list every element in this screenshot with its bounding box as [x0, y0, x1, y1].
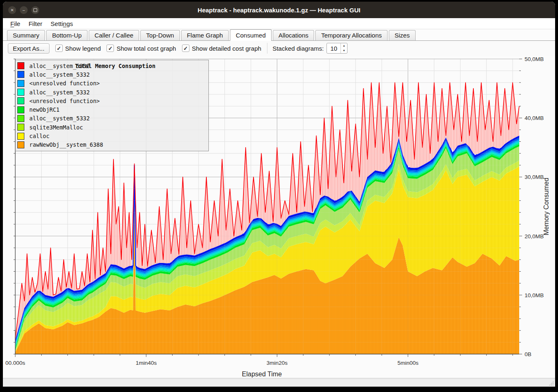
- svg-text:40,0MB: 40,0MB: [525, 115, 544, 121]
- svg-text:00.000s: 00.000s: [5, 360, 25, 366]
- legend-swatch: [17, 115, 24, 122]
- minimize-button[interactable]: –: [20, 6, 28, 14]
- tab-bar: SummaryBottom-UpCaller / CalleeTop-DownF…: [3, 29, 555, 41]
- chart-legend: Total Memory Consumptionalloc__system_53…: [15, 60, 209, 151]
- menu-item-filter[interactable]: Filter: [24, 19, 46, 28]
- svg-text:20,0MB: 20,0MB: [525, 233, 544, 239]
- legend-item: <unresolved function>: [16, 96, 208, 105]
- svg-text:50,0MB: 50,0MB: [525, 56, 544, 62]
- menu-bar: FileFilterSettings: [3, 18, 555, 29]
- checkbox-box[interactable]: ✓: [55, 45, 63, 52]
- close-icon: ✕: [10, 8, 14, 12]
- checkbox-label: Show total cost graph: [116, 45, 176, 52]
- legend-label: newObjRC1: [29, 106, 59, 113]
- legend-item: sqlite3MemMalloc: [16, 123, 208, 131]
- legend-item: <unresolved function>: [16, 79, 208, 88]
- checkbox-show-legend[interactable]: ✓Show legend: [55, 45, 101, 52]
- checkbox-show-total-cost-graph[interactable]: ✓Show total cost graph: [106, 45, 176, 52]
- status-bar: [3, 378, 555, 387]
- tab-caller-callee[interactable]: Caller / Callee: [89, 30, 139, 40]
- tab-bottom-up[interactable]: Bottom-Up: [46, 30, 87, 40]
- menu-item-file[interactable]: File: [6, 19, 24, 28]
- close-button[interactable]: ✕: [8, 6, 16, 14]
- legend-swatch: [17, 80, 24, 87]
- legend-swatch: [17, 124, 24, 131]
- legend-item: alloc__system_5332: [16, 70, 208, 79]
- svg-text:10,0MB: 10,0MB: [525, 292, 544, 298]
- stacked-diagrams-label: Stacked diagrams:: [272, 45, 324, 52]
- app-window: ✕ – Heaptrack - heaptrack.wakunode.1.gz …: [3, 2, 555, 387]
- consumed-chart-area: 0B10,0MB20,0MB30,0MB40,0MB50,0MB00.000s1…: [3, 56, 555, 378]
- legend-item: newObjRC1: [16, 105, 208, 114]
- legend-item: rawNewObj__system_6388: [16, 141, 208, 149]
- minimize-icon: –: [23, 8, 25, 12]
- checkbox-box[interactable]: ✓: [182, 45, 189, 52]
- legend-swatch: [17, 62, 24, 69]
- legend-swatch: [17, 89, 24, 96]
- tab-flame-graph[interactable]: Flame Graph: [181, 30, 229, 40]
- svg-text:1min40s: 1min40s: [136, 360, 157, 366]
- legend-swatch: [17, 133, 24, 140]
- title-bar[interactable]: ✕ – Heaptrack - heaptrack.wakunode.1.gz …: [3, 2, 555, 18]
- tab-consumed[interactable]: Consumed: [230, 29, 272, 41]
- legend-label: sqlite3MemMalloc: [29, 124, 83, 131]
- svg-text:5min00s: 5min00s: [397, 360, 418, 366]
- legend-label: rawNewObj__system_6388: [29, 141, 103, 148]
- spin-down-icon[interactable]: ▼: [341, 48, 347, 53]
- svg-text:Elapsed Time: Elapsed Time: [242, 371, 282, 378]
- maximize-button[interactable]: [31, 6, 39, 14]
- window-title: Heaptrack - heaptrack.wakunode.1.gz — He…: [3, 7, 555, 14]
- checkbox-label: Show detailed cost graph: [192, 45, 261, 52]
- legend-swatch: [17, 106, 24, 113]
- checkbox-label: Show legend: [65, 45, 101, 52]
- legend-item: calloc: [16, 131, 208, 140]
- tab-sizes[interactable]: Sizes: [389, 30, 416, 40]
- tab-top-down[interactable]: Top-Down: [140, 30, 180, 40]
- legend-item: alloc__system_5332: [16, 88, 208, 96]
- checkbox-show-detailed-cost-graph[interactable]: ✓Show detailed cost graph: [182, 45, 261, 52]
- legend-label: alloc__system_5332: [29, 115, 90, 122]
- checkbox-box[interactable]: ✓: [106, 45, 114, 52]
- tab-allocations[interactable]: Allocations: [273, 30, 314, 40]
- svg-text:Memory Consumed: Memory Consumed: [543, 178, 550, 235]
- legend-label: alloc__system_5332: [29, 63, 90, 69]
- spinbox-arrows[interactable]: ▲ ▼: [340, 43, 347, 53]
- legend-label: alloc__system_5332: [29, 71, 90, 78]
- spin-up-icon[interactable]: ▲: [341, 43, 347, 48]
- legend-item: alloc__system_5332: [16, 61, 208, 70]
- stacked-diagrams-spinbox[interactable]: 10 ▲ ▼: [326, 43, 348, 54]
- legend-label: <unresolved function>: [29, 98, 100, 104]
- export-as-button[interactable]: Export As...: [8, 43, 50, 54]
- svg-text:3min20s: 3min20s: [267, 360, 288, 366]
- legend-item: alloc__system_5332: [16, 114, 208, 123]
- tab-summary[interactable]: Summary: [7, 30, 45, 40]
- legend-label: <unresolved function>: [29, 80, 100, 87]
- tab-temporary-allocations[interactable]: Temporary Allocations: [315, 30, 388, 40]
- legend-label: alloc__system_5332: [29, 89, 90, 96]
- svg-text:0B: 0B: [525, 351, 532, 357]
- svg-text:30,0MB: 30,0MB: [525, 174, 544, 180]
- maximize-icon: [33, 8, 37, 12]
- resize-grip-icon[interactable]: [549, 380, 554, 386]
- stacked-diagrams-value: 10: [327, 43, 340, 53]
- legend-swatch: [17, 97, 24, 104]
- legend-swatch: [17, 141, 24, 148]
- menu-item-settings[interactable]: Settings: [47, 19, 77, 28]
- legend-swatch: [17, 71, 24, 78]
- legend-label: calloc: [29, 133, 50, 139]
- toolbar: Export As... ✓Show legend✓Show total cos…: [3, 41, 555, 56]
